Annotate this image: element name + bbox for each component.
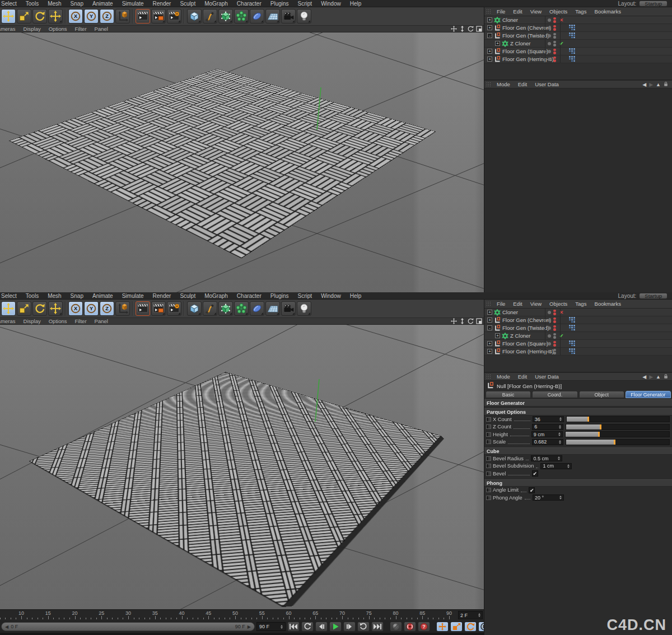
activation-dot[interactable] [548,311,551,314]
add-mograph-button[interactable] [234,301,249,316]
am-menu-edit[interactable]: Edit [514,373,531,380]
om-menu-tags[interactable]: Tags [571,8,590,15]
timeline-ruler[interactable]: 10152025303540455055606570758085902 F [0,609,484,620]
back-arrow-icon[interactable]: ◀ [642,82,646,87]
add-light-button[interactable] [297,301,311,316]
menu-item-animate[interactable]: Animate [88,0,118,7]
add-mograph-button[interactable] [234,9,249,24]
slider-thumb[interactable] [587,417,589,422]
spinner-arrows[interactable] [558,456,560,460]
menu-item-render[interactable]: Render [148,0,176,7]
object-row[interactable]: +Floor Gen (Herring-B) [484,348,672,356]
visibility-dots[interactable] [553,25,556,31]
coordinate-system-button[interactable] [115,9,130,24]
menu-item-snap[interactable]: Snap [66,292,88,300]
am-menu-user-data[interactable]: User Data [531,373,563,380]
om-menu-view[interactable]: View [526,300,545,307]
menu-item-window[interactable]: Window [316,292,346,300]
motext-tag-icon[interactable] [568,316,576,324]
object-row[interactable]: +Floor Gen (Chevron) [484,316,672,324]
visibility-dots[interactable] [553,325,556,331]
menu-item-character[interactable]: Character [232,0,266,7]
x-axis-lock-button[interactable]: X [68,9,83,24]
value-field-bevel-radius[interactable]: 0.5 cm [531,455,562,461]
forward-arrow-icon[interactable]: ▶ [649,374,653,380]
anim-track-icon[interactable] [486,496,491,500]
add-deformer-button[interactable] [250,9,264,24]
motext-tag-icon[interactable] [568,24,576,32]
range-right-arrow-icon[interactable]: ▶ [248,624,251,629]
spinner-arrows[interactable] [559,417,562,421]
menu-item-character[interactable]: Character [232,292,266,300]
object-name[interactable]: Floor Gen (Square) [502,48,548,54]
value-field-height[interactable]: 9 cm [531,431,563,437]
tab-floor-generator[interactable]: Floor Generator [626,391,671,398]
add-environment-button[interactable] [265,9,280,24]
up-arrow-icon[interactable]: ▲ [656,82,661,87]
object-row[interactable]: +Floor Gen (Square) [484,48,672,55]
motext-tag-icon[interactable] [568,55,576,63]
spinner-arrows[interactable] [478,613,480,617]
menu-item-plugins[interactable]: Plugins [266,0,293,7]
motext-tag-icon[interactable] [568,32,576,40]
coordinate-system-button[interactable] [115,301,130,316]
object-row[interactable]: -Floor Gen (Twisted) [484,324,672,332]
current-frame-field[interactable]: 90 F [256,622,286,631]
anim-track-icon[interactable] [486,456,491,461]
viewport-3d[interactable] [0,325,484,609]
value-field-scale[interactable]: 0.682 [532,439,563,445]
activation-dot[interactable] [548,26,551,30]
add-cube-button[interactable] [187,301,202,316]
menu-item-mesh[interactable]: Mesh [43,292,66,300]
object-name[interactable]: Z Cloner [510,40,530,46]
menu-item-select[interactable]: Select [0,292,21,300]
layout-select[interactable]: Startup [639,293,668,299]
menu-item-help[interactable]: Help [346,0,366,7]
z-axis-lock-button[interactable]: Z [100,9,114,24]
object-row[interactable]: +Floor Gen (Chevron) [484,24,672,32]
spinner-arrows[interactable] [558,432,561,436]
value-field-x-count[interactable]: 36 [533,416,564,422]
visibility-dots[interactable] [553,33,556,39]
value-field-phong-angle[interactable]: 20 ° [533,494,564,501]
expander-icon[interactable]: + [495,333,500,338]
menu-item-simulate[interactable]: Simulate [118,292,148,300]
anim-track-icon[interactable] [486,417,491,422]
activation-dot[interactable] [548,334,551,338]
activation-dot[interactable] [548,18,551,22]
viewport-pan-icon[interactable] [450,318,458,324]
object-name[interactable]: Floor Gen (Chevron) [502,317,551,323]
up-arrow-icon[interactable]: ▲ [656,374,661,380]
om-menu-edit[interactable]: Edit [509,8,526,15]
disabled-x-icon[interactable]: ✕ [558,17,565,23]
tab-coord-[interactable]: Coord. [532,391,577,398]
object-name[interactable]: Floor Gen (Twisted) [502,32,549,39]
object-row[interactable]: +Cloner✕ [484,309,672,316]
spinner-arrows[interactable] [559,496,562,499]
tab-basic[interactable]: Basic [486,391,531,398]
am-menu-edit[interactable]: Edit [514,81,531,88]
render-picture-viewer-button[interactable] [151,9,166,24]
visibility-dots[interactable] [553,57,556,62]
menu-item-mesh[interactable]: Mesh [43,0,66,7]
om-menu-file[interactable]: File [493,8,509,15]
menu-item-script[interactable]: Script [293,0,317,7]
om-menu-file[interactable]: File [493,300,509,307]
menu-item-tools[interactable]: Tools [21,292,43,300]
add-generator-button[interactable] [218,301,233,316]
lock-icon[interactable] [664,81,668,88]
rotate-tool-button[interactable] [32,301,47,316]
om-menu-view[interactable]: View [526,8,545,15]
prev-key-button[interactable] [301,622,314,632]
tab-object[interactable]: Object [579,391,624,398]
om-menu-bookmarks[interactable]: Bookmarks [590,300,625,307]
section-header[interactable]: Phong [484,479,672,487]
viewport-menu-cameras[interactable]: Cameras [0,318,20,325]
render-settings-button[interactable] [167,9,181,24]
anim-track-icon[interactable] [486,432,491,437]
enabled-check-icon[interactable]: ✔ [558,41,565,46]
activation-dot[interactable] [548,50,551,53]
object-name[interactable]: Floor Gen (Twisted) [502,325,549,331]
key-position-toggle-button[interactable] [436,622,449,632]
anim-track-icon[interactable] [486,440,491,444]
